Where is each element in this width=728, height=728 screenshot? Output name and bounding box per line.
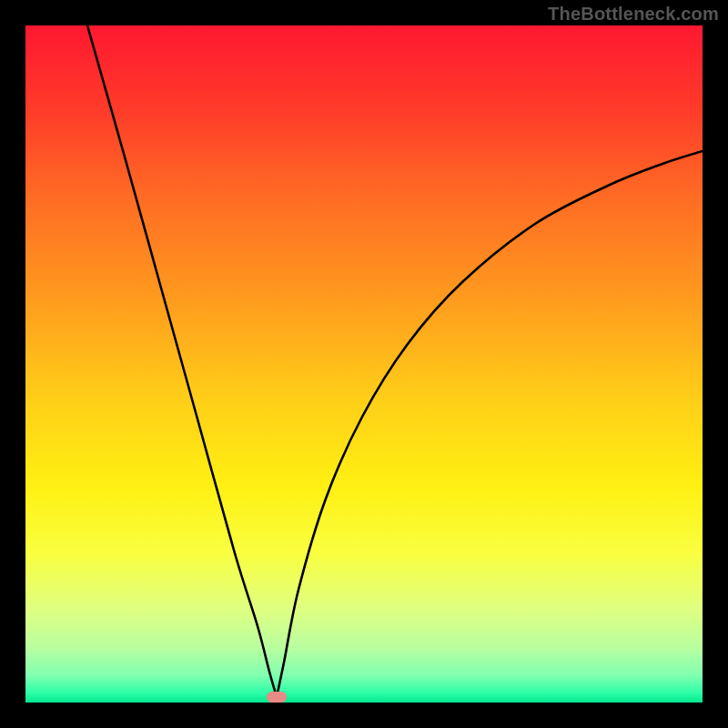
chart-frame: TheBottleneck.com xyxy=(0,0,728,728)
plot-area xyxy=(25,25,703,703)
chart-svg xyxy=(25,25,703,703)
watermark-text: TheBottleneck.com xyxy=(548,4,719,25)
optimal-marker xyxy=(267,692,287,703)
gradient-background xyxy=(25,25,703,703)
